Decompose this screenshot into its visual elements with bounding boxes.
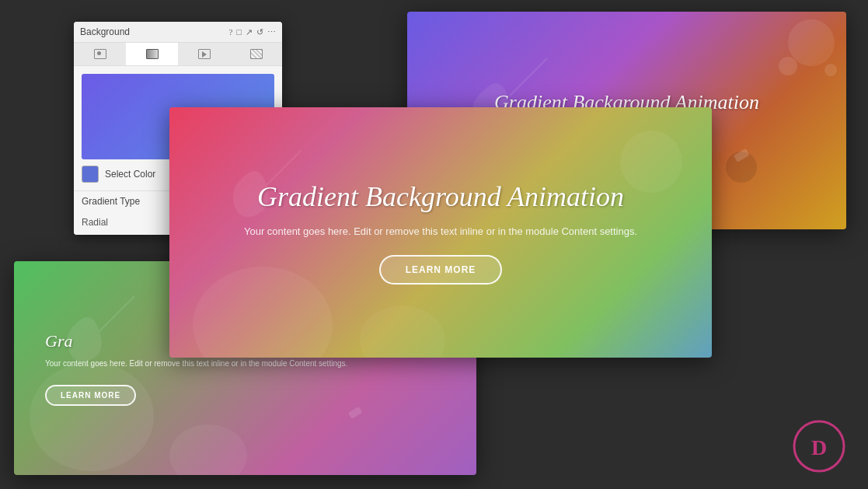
copy-icon[interactable]: □ [236,27,242,37]
card-back-left-learn-more-button[interactable]: Learn More [45,385,136,406]
divi-letter: D [811,435,827,459]
editor-toolbar-icons: ? □ ↗ ↺ ⋯ [228,27,276,37]
tab-image[interactable] [74,43,126,65]
color-label[interactable]: Select Color [105,169,155,180]
divi-logo: D [792,419,846,473]
arrow-icon[interactable]: ↗ [246,27,253,37]
tab-pattern[interactable] [230,43,282,65]
card-front-learn-more-button[interactable]: Learn More [379,255,503,285]
card-front-subtitle: Your content goes here. Edit or remove t… [221,224,661,239]
card-back-left-title: Gra [45,331,72,351]
card-front: Gradient Background Animation Your conte… [169,107,712,358]
editor-panel-title: Background [80,26,225,37]
color-swatch[interactable] [82,166,99,183]
card-back-left-subtitle: Your content goes here. Edit or remove t… [45,358,347,369]
editor-tabs [74,43,282,66]
reset-icon[interactable]: ↺ [256,27,263,37]
tab-video[interactable] [178,43,230,65]
gradient-type-value: Radial [82,217,108,228]
editor-toolbar: Background ? □ ↗ ↺ ⋯ [74,22,282,43]
more-icon[interactable]: ⋯ [267,27,276,37]
card-front-title: Gradient Background Animation [257,180,624,213]
help-icon[interactable]: ? [228,27,232,37]
tab-gradient[interactable] [126,43,178,65]
